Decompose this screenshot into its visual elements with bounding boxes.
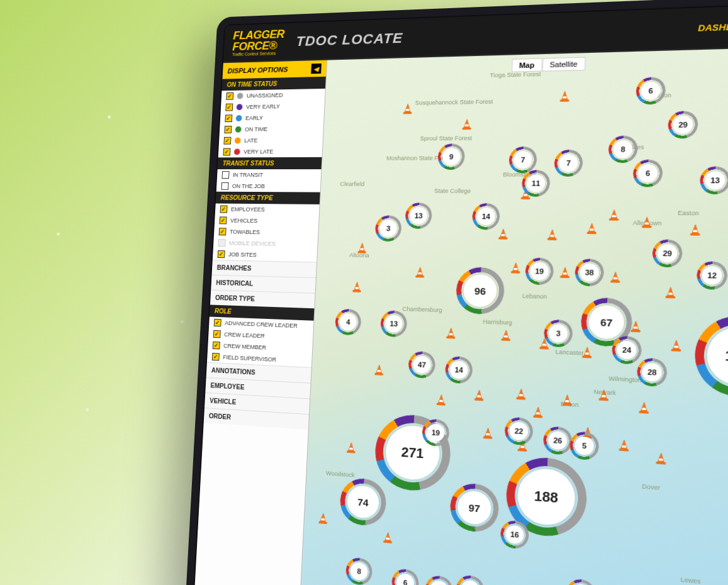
checkbox-icon[interactable]: ✓ <box>212 353 220 361</box>
job-site-cone-icon[interactable] <box>317 512 329 525</box>
job-site-cone-icon[interactable] <box>597 389 611 402</box>
job-site-cone-icon[interactable] <box>640 216 654 229</box>
map-cluster[interactable]: 6 <box>641 82 661 100</box>
checkbox-icon[interactable]: ✓ <box>213 342 220 350</box>
checkbox-icon[interactable]: ✓ <box>224 126 232 133</box>
checkbox-icon[interactable] <box>218 239 226 247</box>
checkbox-icon[interactable]: ✓ <box>226 92 233 100</box>
section-resource-type[interactable]: RESOURCE TYPE <box>216 192 320 204</box>
filter-employees[interactable]: ✓EMPLOYEES <box>215 203 320 216</box>
job-site-cone-icon[interactable] <box>561 394 574 407</box>
job-site-cone-icon[interactable] <box>496 228 510 240</box>
job-site-cone-icon[interactable] <box>654 452 668 465</box>
checkbox-icon[interactable]: ✓ <box>218 250 225 258</box>
map-button[interactable]: Map <box>512 58 542 72</box>
job-site-cone-icon[interactable] <box>669 339 683 352</box>
map-cluster[interactable]: 3 <box>549 324 568 343</box>
checkbox-icon[interactable]: ✓ <box>223 137 231 145</box>
map-cluster[interactable]: 19 <box>427 423 445 442</box>
section-transit-status[interactable]: TRANSIT STATUS <box>218 157 322 169</box>
map-cluster[interactable]: 11 <box>527 174 546 192</box>
map-cluster[interactable]: 13 <box>705 171 725 189</box>
map-cluster[interactable]: 5 <box>574 436 594 455</box>
job-site-cone-icon[interactable] <box>532 406 545 419</box>
map-cluster[interactable]: 6 <box>430 580 448 585</box>
job-site-cone-icon[interactable] <box>558 90 571 103</box>
map-cluster[interactable]: 38 <box>580 264 599 282</box>
job-site-cone-icon[interactable] <box>356 242 368 254</box>
map-cluster[interactable]: 188 <box>517 467 576 527</box>
map-cluster[interactable]: 14 <box>450 360 468 379</box>
map-cluster[interactable]: 9 <box>442 148 461 165</box>
job-site-cone-icon[interactable] <box>345 442 357 454</box>
map-cluster[interactable]: 6 <box>638 164 658 182</box>
map-cluster[interactable]: 67 <box>588 305 625 340</box>
map-cluster[interactable]: 26 <box>548 431 568 450</box>
display-options-header[interactable]: DISPLAY OPTIONS ◀ <box>222 60 327 79</box>
map-cluster[interactable]: 96 <box>463 274 498 308</box>
job-site-cone-icon[interactable] <box>585 222 598 235</box>
checkbox-icon[interactable]: ✓ <box>223 148 230 155</box>
filter-on-time[interactable]: ✓ON TIME <box>220 123 324 135</box>
map-cluster[interactable]: 19 <box>530 262 549 281</box>
job-site-cone-icon[interactable] <box>558 266 571 279</box>
map-cluster[interactable]: 8 <box>350 562 367 581</box>
job-site-cone-icon[interactable] <box>373 364 386 376</box>
filter-very-late[interactable]: ✓VERY LATE <box>218 146 323 158</box>
job-site-cone-icon[interactable] <box>500 329 513 342</box>
checkbox-icon[interactable]: ✓ <box>220 216 227 224</box>
map-cluster[interactable]: 14 <box>477 208 495 225</box>
map-area[interactable]: Map Satellite ⛶ Tioga State ForestSusque… <box>300 47 728 585</box>
filter-on-the-job[interactable]: ON THE JOB <box>216 181 321 192</box>
job-site-cone-icon[interactable] <box>351 281 363 293</box>
checkbox-icon[interactable]: ✓ <box>225 104 233 111</box>
job-site-cone-icon[interactable] <box>461 118 473 130</box>
job-site-cone-icon[interactable] <box>580 346 593 359</box>
checkbox-icon[interactable]: ✓ <box>225 114 232 122</box>
job-site-cone-icon[interactable] <box>608 271 622 284</box>
filter-vehicles[interactable]: ✓VEHICLES <box>215 214 319 227</box>
checkbox-icon[interactable]: ✓ <box>214 319 221 326</box>
map-cluster[interactable]: 7 <box>559 154 578 172</box>
map-cluster[interactable]: 7 <box>513 151 532 169</box>
map-cluster[interactable]: 29 <box>658 244 678 262</box>
map-cluster[interactable]: 8 <box>613 140 633 158</box>
map-cluster[interactable]: 29 <box>673 116 693 134</box>
map-cluster[interactable]: 4 <box>339 313 357 331</box>
job-site-cone-icon[interactable] <box>637 401 651 415</box>
map-cluster[interactable]: 3 <box>379 220 397 237</box>
map-cluster[interactable]: 13 <box>410 207 428 224</box>
filter-in-transit[interactable]: IN TRANSIT <box>217 169 322 181</box>
map-cluster[interactable]: 28 <box>642 362 662 382</box>
map-cluster[interactable]: 97 <box>457 490 491 526</box>
job-site-cone-icon[interactable] <box>546 228 559 241</box>
map-cluster[interactable]: 74 <box>347 485 379 520</box>
map-cluster[interactable]: 12 <box>702 266 722 285</box>
checkbox-icon[interactable]: ✓ <box>213 330 221 338</box>
job-site-cone-icon[interactable] <box>481 426 495 440</box>
job-site-cone-icon[interactable] <box>688 223 702 236</box>
job-site-cone-icon[interactable] <box>381 531 394 544</box>
filter-late[interactable]: ✓LATE <box>219 134 323 146</box>
map-cluster[interactable]: 13 <box>385 315 403 333</box>
filter-early[interactable]: ✓EARLY <box>220 111 324 124</box>
map-cluster[interactable]: 16 <box>505 525 524 544</box>
job-site-cone-icon[interactable] <box>401 103 414 115</box>
satellite-button[interactable]: Satellite <box>542 57 585 72</box>
collapse-left-icon[interactable]: ◀ <box>311 64 322 74</box>
checkbox-icon[interactable] <box>221 171 229 179</box>
map-cluster[interactable]: 24 <box>617 340 637 359</box>
checkbox-icon[interactable]: ✓ <box>219 228 227 235</box>
checkbox-icon[interactable]: ✓ <box>220 206 228 213</box>
map-cluster[interactable]: 6 <box>396 573 415 585</box>
job-site-cone-icon[interactable] <box>445 327 457 340</box>
job-site-cone-icon[interactable] <box>515 387 528 401</box>
map-cluster[interactable]: 172 <box>706 326 728 386</box>
checkbox-icon[interactable] <box>221 182 229 190</box>
job-site-cone-icon[interactable] <box>414 266 427 278</box>
map-cluster[interactable]: 47 <box>413 355 431 374</box>
job-site-cone-icon[interactable] <box>664 286 678 299</box>
job-site-cone-icon[interactable] <box>509 262 522 274</box>
map-cluster[interactable]: 3 <box>461 579 479 585</box>
job-site-cone-icon[interactable] <box>607 209 621 221</box>
